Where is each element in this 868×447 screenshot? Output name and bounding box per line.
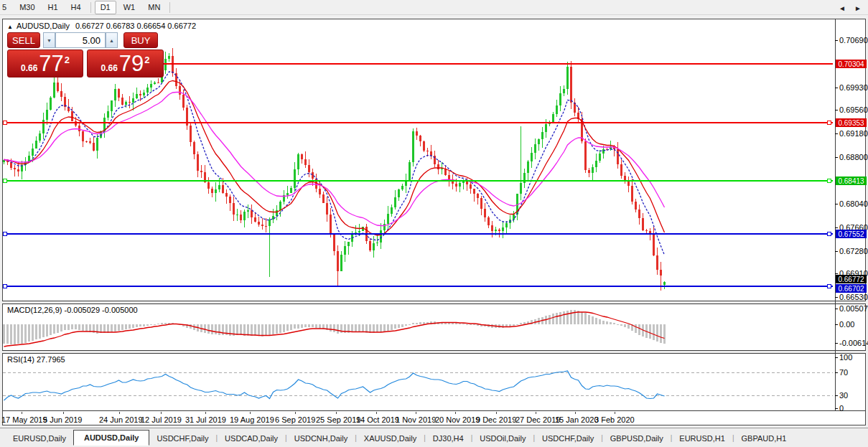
timeframe-button-5[interactable]: 5: [0, 1, 12, 14]
chart-title: ▲AUDUSD,Daily0.66727 0.66783 0.66654 0.6…: [7, 22, 196, 30]
date-axis-tick: [496, 412, 497, 414]
macd-axis-tick: [835, 324, 838, 325]
price-axis-label: 0.69930: [839, 83, 868, 92]
date-axis-label: 3 Feb 2020: [594, 415, 635, 424]
one-click-collapse-icon[interactable]: ▲: [7, 24, 13, 30]
toolbar-separator: [90, 2, 91, 13]
price-line-badge: 0.69353: [836, 118, 867, 127]
price-axis-tick: [835, 251, 838, 252]
price-axis-tick: [835, 88, 838, 88]
timeframe-button-h4[interactable]: H4: [65, 1, 87, 14]
price-line-badge: 0.66772: [836, 275, 867, 283]
date-axis-label: 24 Jun 2019: [99, 415, 143, 424]
rsi-date-divider: [2, 410, 866, 411]
rsi-axis-tick: [835, 408, 838, 409]
date-axis-label: 9 Dec 2019: [476, 415, 516, 424]
macd-panel-canvas[interactable]: [3, 304, 833, 349]
tabs-scroll-left-icon[interactable]: ◄: [839, 4, 846, 12]
chart-tab-bar: EURUSD,DailyAUDUSD,DailyUSDCHF,Daily|USD…: [0, 428, 868, 447]
price-axis-label: 0.70690: [839, 36, 868, 44]
date-axis-label: 15 Jan 2020: [555, 415, 599, 424]
price-line-badge: 0.70304: [836, 60, 867, 68]
price-axis-label: 0.68800: [839, 153, 868, 161]
date-axis-tick: [205, 412, 206, 414]
date-axis-label: 20 Nov 2019: [435, 415, 480, 424]
price-axis-tick: [835, 227, 838, 228]
rsi-axis-label: 0: [839, 404, 844, 413]
tab-gbpusd-daily[interactable]: GBPUSD,Daily: [603, 431, 671, 446]
date-axis-tick: [63, 412, 64, 414]
date-axis-tick: [416, 412, 416, 414]
date-axis-tick: [376, 412, 377, 414]
price-axis-tick: [835, 157, 838, 158]
price-line-badge: 0.68413: [836, 177, 867, 185]
price-axis-tick: [835, 273, 838, 274]
price-line-badge: 0.66702: [836, 284, 867, 293]
rsi-panel-canvas[interactable]: [3, 354, 833, 410]
date-axis-tick: [22, 412, 22, 414]
rsi-axis-label: 30: [839, 391, 848, 400]
date-axis-tick: [536, 412, 536, 414]
timeframe-button-mn[interactable]: MN: [142, 1, 166, 14]
date-axis-label: 1 Nov 2019: [396, 415, 436, 424]
price-axis-label: 0.69180: [839, 129, 868, 138]
price-axis-label: 0.66530: [839, 293, 868, 301]
date-axis-tick: [119, 412, 120, 414]
price-axis-tick: [835, 110, 838, 110]
macd-axis-tick: [835, 343, 838, 344]
chart-symbol-label: AUDUSD,Daily: [17, 22, 70, 30]
date-axis-tick: [615, 412, 615, 414]
tab-eurusd-daily[interactable]: EURUSD,Daily: [6, 431, 73, 446]
tab-usdchf-daily[interactable]: USDCHF,Daily: [149, 431, 215, 446]
rsi-axis-tick: [835, 372, 838, 373]
timeframe-toolbar: 5M30H1H4D1W1MN: [0, 0, 868, 15]
price-axis-label: 0.68040: [839, 199, 868, 208]
tab-usdoil-daily[interactable]: USDOil,Daily: [472, 431, 533, 446]
timeframe-button-m30[interactable]: M30: [14, 1, 40, 14]
toolbar-separator: [169, 2, 170, 13]
rsi-axis-tick: [835, 357, 838, 358]
timeframe-button-w1[interactable]: W1: [118, 1, 141, 14]
tab-dj30-h4[interactable]: DJ30,H4: [426, 431, 471, 446]
price-axis-tick: [835, 133, 838, 134]
tab-usdcnh-daily[interactable]: USDCNH,Daily: [287, 431, 355, 446]
macd-axis-label: 0.005076: [839, 304, 868, 313]
price-line-badge: 0.67552: [836, 230, 867, 238]
tab-usdchf-daily[interactable]: USDCHF,Daily: [535, 431, 601, 446]
date-axis-label: 6 Sep 2019: [275, 415, 315, 424]
price-axis-label: 0.67280: [839, 247, 868, 255]
date-axis-label: 5 Jun 2019: [43, 415, 82, 424]
tab-gbpaud-h1[interactable]: GBPAUD,H1: [734, 431, 794, 446]
date-axis-label: 14 Oct 2019: [356, 415, 399, 424]
tabs-scroll-right-icon[interactable]: ►: [854, 4, 862, 12]
rsi-axis-label: 100: [839, 353, 852, 362]
main-chart-canvas[interactable]: [3, 32, 833, 300]
date-axis-label: 19 Aug 2019: [230, 415, 274, 424]
chart-ohlc-values: 0.66727 0.66783 0.66654 0.66772: [75, 22, 196, 30]
date-axis-label: 17 May 2019: [1, 415, 47, 424]
date-axis-tick: [161, 412, 162, 414]
macd-axis-tick: [835, 309, 838, 309]
macd-axis-label: -0.006148: [839, 339, 868, 347]
tab-audusd-daily[interactable]: AUDUSD,Daily: [73, 430, 149, 446]
date-axis-tick: [250, 412, 251, 414]
price-axis-tick: [835, 40, 838, 41]
price-axis-label: 0.69560: [839, 105, 868, 114]
date-axis-tick: [575, 412, 576, 414]
date-axis-label: 12 Jul 2019: [141, 415, 182, 424]
price-axis-line: [835, 19, 836, 411]
rsi-axis-tick: [835, 395, 838, 396]
date-axis-tick: [455, 412, 456, 414]
price-axis-tick: [835, 297, 838, 298]
tab-eurusd-h1[interactable]: EURUSD,H1: [672, 431, 732, 446]
mt4-window: 5M30H1H4D1W1MN ▲AUDUSD,Daily0.66727 0.66…: [0, 0, 868, 447]
date-axis-tick: [336, 412, 337, 414]
timeframe-button-d1[interactable]: D1: [95, 1, 116, 14]
date-axis-tick: [295, 412, 296, 414]
tab-usdcad-daily[interactable]: USDCAD,Daily: [218, 431, 285, 446]
tab-xauusd-daily[interactable]: XAUUSD,Daily: [357, 431, 424, 446]
date-axis-label: 31 Jul 2019: [185, 415, 226, 424]
date-axis-label: 27 Dec 2019: [515, 415, 560, 424]
timeframe-button-h1[interactable]: H1: [42, 1, 64, 14]
macd-axis-label: 0.00: [839, 320, 854, 329]
